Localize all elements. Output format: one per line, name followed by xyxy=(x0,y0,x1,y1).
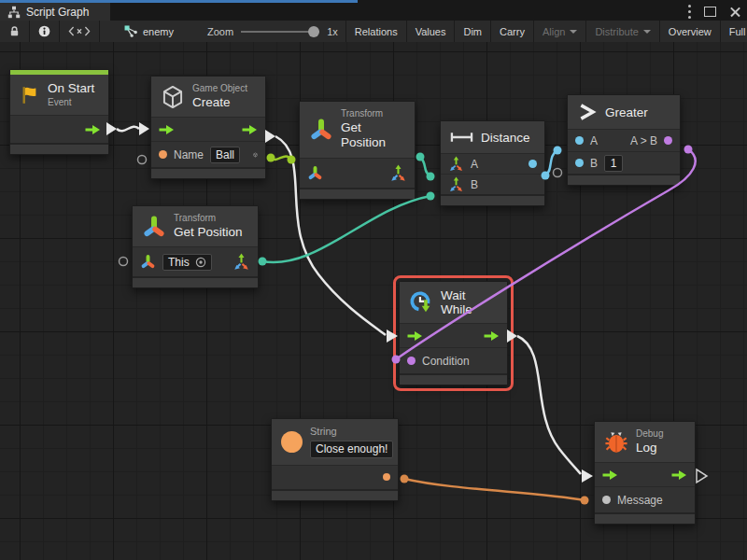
node-footer xyxy=(400,373,507,385)
flow-in-port[interactable] xyxy=(407,330,423,342)
port-label: A xyxy=(471,158,478,171)
node-wait-while[interactable]: Wait While Condition xyxy=(399,281,508,385)
node-title: Wait While xyxy=(441,288,498,316)
flow-port-row xyxy=(595,462,695,486)
bool-output-port[interactable] xyxy=(664,136,672,145)
node-title: On Start xyxy=(48,81,94,97)
window-menu-icon[interactable] xyxy=(688,10,691,13)
name-value-field[interactable]: Ball xyxy=(210,147,240,163)
tab-script-graph[interactable]: Script Graph xyxy=(0,3,110,21)
node-header: Game Object Create xyxy=(151,77,265,117)
vector3-input-port-icon[interactable] xyxy=(448,176,464,192)
string-value-field[interactable]: Close enough! xyxy=(310,441,393,458)
float-input-port[interactable] xyxy=(575,159,584,167)
node-title: Create xyxy=(192,95,247,111)
code-preview-button[interactable] xyxy=(60,21,100,42)
input-a-row: A xyxy=(441,153,544,174)
transform-input-port-icon[interactable] xyxy=(140,254,156,270)
toolbar-buttons: Relations Values Dim Carry Align Distrib… xyxy=(345,21,747,42)
flow-out-port[interactable] xyxy=(242,124,258,135)
distribute-dropdown[interactable]: Distribute xyxy=(586,21,659,42)
flow-out-port[interactable] xyxy=(85,124,101,135)
wait-clock-icon xyxy=(409,290,433,315)
graph-breadcrumb[interactable]: enemy xyxy=(115,21,183,42)
string-output-port[interactable] xyxy=(383,473,390,481)
node-footer xyxy=(10,143,108,154)
node-footer xyxy=(151,167,265,178)
relations-button[interactable]: Relations xyxy=(346,21,407,42)
output-label: A > B xyxy=(630,134,657,147)
node-title: Get Position xyxy=(341,120,405,152)
vector3-output-port-icon[interactable] xyxy=(389,164,407,182)
node-greater[interactable]: Greater A A > B B 1 xyxy=(567,94,681,186)
align-dropdown[interactable]: Align xyxy=(534,21,586,42)
unconnected-flow-triangle-log-out xyxy=(697,469,707,483)
node-distance[interactable]: Distance A B xyxy=(440,120,545,206)
node-title: String xyxy=(310,426,393,439)
vector3-output-port-icon[interactable] xyxy=(233,253,250,271)
node-header: Greater xyxy=(568,95,680,129)
wire-getpositionbottom-to-distance-b[interactable] xyxy=(259,192,435,266)
inspect-button[interactable] xyxy=(30,21,60,42)
bool-input-port[interactable] xyxy=(407,357,416,365)
unconnected-ring-getposition-target xyxy=(120,258,128,266)
port-label: Name xyxy=(174,148,204,161)
object-input-port[interactable] xyxy=(602,496,611,504)
flow-port-row xyxy=(400,323,507,347)
port-label: B xyxy=(471,178,478,191)
overview-button[interactable]: Overview xyxy=(660,21,721,42)
zoom-label: Zoom xyxy=(207,26,233,37)
node-get-position-top[interactable]: Transform Get Position xyxy=(299,101,416,200)
flow-in-port[interactable] xyxy=(159,124,175,135)
node-title: Greater xyxy=(605,105,648,119)
gameobject-output-port-icon[interactable] xyxy=(253,147,258,162)
float-output-port[interactable] xyxy=(529,160,537,168)
node-header: On Start Event xyxy=(10,75,108,115)
flow-out-port[interactable] xyxy=(671,469,687,481)
node-header: Distance xyxy=(441,121,544,153)
zoom-value: 1x xyxy=(327,26,338,37)
target-value: This xyxy=(168,256,190,269)
fullscreen-button[interactable]: Full Screen xyxy=(721,21,747,42)
lock-icon xyxy=(8,25,21,37)
node-log[interactable]: Debug Log Message xyxy=(594,421,696,525)
wire-create-to-getposition[interactable] xyxy=(267,154,296,164)
vector3-input-port-icon[interactable] xyxy=(448,156,464,172)
flow-out-port[interactable] xyxy=(484,330,500,342)
lock-button[interactable] xyxy=(0,21,30,42)
zoom-slider[interactable] xyxy=(241,31,319,33)
node-header: Wait While xyxy=(400,282,507,323)
string-type-icon xyxy=(281,431,303,453)
object-picker-icon[interactable] xyxy=(195,257,206,268)
b-value-field[interactable]: 1 xyxy=(604,155,623,172)
graph-toolbar: enemy Zoom 1x Relations Values Dim Carry… xyxy=(0,21,747,43)
node-title: Distance xyxy=(481,131,530,145)
flow-in-port[interactable] xyxy=(602,469,618,481)
string-input-port[interactable] xyxy=(159,150,167,159)
maximize-icon[interactable] xyxy=(704,7,716,17)
wire-string-to-log-message[interactable] xyxy=(401,475,589,505)
node-create[interactable]: Game Object Create Name Ball xyxy=(150,76,266,179)
unconnected-ring-create-name xyxy=(138,156,147,164)
port-label: A xyxy=(590,134,598,147)
node-footer xyxy=(441,194,544,205)
wire-getpositiontop-to-distance-a[interactable] xyxy=(416,153,435,181)
float-input-port[interactable] xyxy=(575,136,584,145)
values-button[interactable]: Values xyxy=(407,21,456,42)
graph-canvas[interactable]: On Start Event Game Object Create xyxy=(0,42,747,560)
carry-button[interactable]: Carry xyxy=(491,21,534,42)
dim-button[interactable]: Dim xyxy=(455,21,491,42)
node-string[interactable]: String Close enough! xyxy=(271,418,399,501)
target-field[interactable]: This xyxy=(162,254,212,271)
window-controls xyxy=(688,3,741,20)
node-footer xyxy=(272,489,398,500)
wire-waitwhile-to-log[interactable] xyxy=(507,329,593,483)
wire-onstart-to-create[interactable] xyxy=(106,122,149,135)
close-icon[interactable] xyxy=(729,6,741,18)
node-get-position-bottom[interactable]: Transform Get Position This xyxy=(132,205,259,288)
flow-port-row xyxy=(10,115,108,143)
node-category: Game Object xyxy=(192,83,247,95)
node-on-start[interactable]: On Start Event xyxy=(9,69,109,155)
transform-input-port-icon[interactable] xyxy=(307,165,323,181)
zoom-slider-handle[interactable] xyxy=(308,26,319,37)
